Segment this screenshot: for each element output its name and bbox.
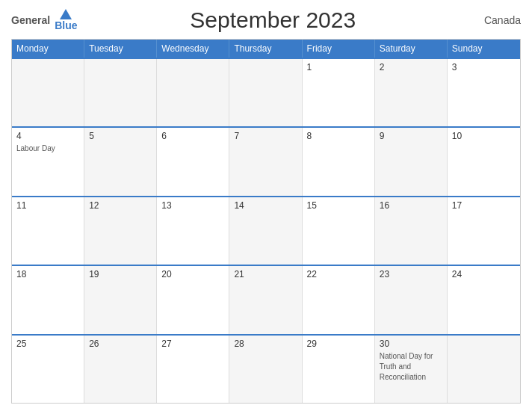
header: General Blue September 2023 Canada — [11, 7, 521, 33]
day-cell: 26 — [84, 336, 157, 403]
logo-blue-text: Blue — [55, 19, 77, 31]
calendar-grid: Monday Tuesday Wednesday Thursday Friday… — [11, 39, 521, 404]
header-wednesday: Wednesday — [157, 40, 229, 58]
day-number: 5 — [89, 131, 152, 141]
day-number: 27 — [161, 339, 224, 349]
week-4: 18 19 20 21 22 23 24 — [12, 265, 520, 333]
day-cell: 15 — [303, 197, 375, 265]
day-cell: 28 — [229, 336, 302, 403]
day-cell: 21 — [229, 266, 302, 333]
day-number: 23 — [380, 269, 442, 279]
day-cell: 29 — [303, 336, 375, 403]
calendar-title: September 2023 — [77, 7, 468, 33]
day-cell: 25 — [12, 336, 84, 403]
day-cell: 2 — [375, 59, 448, 126]
day-number: 13 — [161, 200, 224, 211]
day-cell — [229, 59, 302, 126]
day-cell — [448, 336, 520, 403]
day-cell: 22 — [303, 266, 375, 333]
day-number: 11 — [16, 200, 79, 211]
day-cell — [157, 59, 229, 126]
day-number: 7 — [234, 131, 297, 141]
day-number: 10 — [452, 131, 516, 141]
day-number: 25 — [16, 339, 79, 349]
day-number: 22 — [307, 269, 370, 279]
day-cell: 30 National Day for Truth and Reconcilia… — [375, 336, 448, 403]
week-5: 25 26 27 28 29 30 National Day for Truth… — [12, 334, 520, 403]
day-cell: 1 — [303, 59, 375, 126]
day-cell: 16 — [375, 197, 448, 265]
country-label: Canada — [468, 14, 521, 26]
day-cell — [12, 59, 84, 126]
day-number: 21 — [234, 269, 297, 279]
logo-triangle-icon — [60, 9, 72, 19]
day-cell: 4 Labour Day — [12, 128, 84, 195]
day-cell: 23 — [375, 266, 448, 333]
day-number: 30 — [380, 339, 442, 349]
day-cell: 24 — [448, 266, 520, 333]
week-2: 4 Labour Day 5 6 7 8 9 — [12, 126, 520, 195]
header-sunday: Sunday — [448, 40, 520, 58]
week-3: 11 12 13 14 15 16 17 — [12, 196, 520, 265]
day-cell: 11 — [12, 197, 84, 265]
day-cell: 10 — [448, 128, 520, 195]
day-cell: 7 — [229, 128, 302, 195]
day-cell: 20 — [157, 266, 229, 333]
day-number: 19 — [89, 269, 152, 279]
day-number: 15 — [307, 200, 370, 211]
day-event: Labour Day — [16, 144, 55, 152]
day-number: 16 — [380, 200, 442, 211]
day-number: 12 — [89, 200, 152, 211]
header-tuesday: Tuesday — [84, 40, 157, 58]
day-number: 6 — [161, 131, 224, 141]
logo-general-text: General — [11, 14, 50, 26]
day-cell: 5 — [84, 128, 157, 195]
header-monday: Monday — [12, 40, 84, 58]
day-cell: 18 — [12, 266, 84, 333]
day-cell: 14 — [229, 197, 302, 265]
day-number: 14 — [234, 200, 297, 211]
header-thursday: Thursday — [229, 40, 302, 58]
day-number: 8 — [307, 131, 370, 141]
header-saturday: Saturday — [375, 40, 448, 58]
day-number: 9 — [380, 131, 442, 141]
day-cell: 8 — [303, 128, 375, 195]
day-number: 20 — [161, 269, 224, 279]
day-number: 17 — [452, 200, 516, 211]
day-cell: 27 — [157, 336, 229, 403]
day-headers-row: Monday Tuesday Wednesday Thursday Friday… — [12, 40, 520, 58]
day-number: 29 — [307, 339, 370, 349]
day-cell: 12 — [84, 197, 157, 265]
day-cell: 13 — [157, 197, 229, 265]
day-number: 3 — [452, 62, 516, 72]
day-cell: 19 — [84, 266, 157, 333]
logo: General Blue — [11, 9, 77, 31]
day-cell: 6 — [157, 128, 229, 195]
day-number: 18 — [16, 269, 79, 279]
day-number: 2 — [380, 62, 442, 72]
day-number: 24 — [452, 269, 516, 279]
day-cell: 9 — [375, 128, 448, 195]
day-event: National Day for Truth and Reconciliatio… — [380, 352, 433, 381]
calendar-weeks: 1 2 3 4 Labour Day 5 6 — [12, 58, 520, 403]
day-cell: 17 — [448, 197, 520, 265]
day-number: 26 — [89, 339, 152, 349]
calendar-page: General Blue September 2023 Canada Monda… — [0, 0, 532, 411]
day-number: 1 — [307, 62, 370, 72]
day-number: 4 — [16, 131, 79, 141]
day-number: 28 — [234, 339, 297, 349]
header-friday: Friday — [303, 40, 375, 58]
day-cell — [84, 59, 157, 126]
day-cell: 3 — [448, 59, 520, 126]
week-1: 1 2 3 — [12, 58, 520, 126]
